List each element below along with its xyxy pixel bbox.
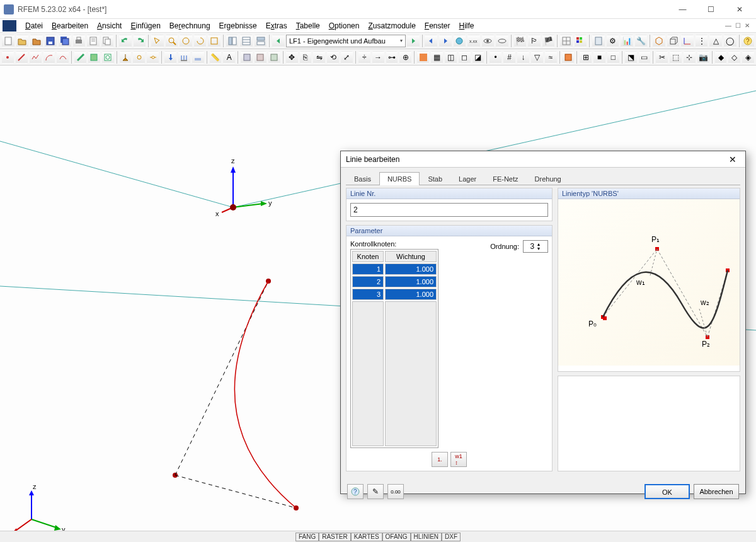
divide-icon[interactable]: ÷ [358, 51, 370, 64]
copy2-icon[interactable]: ⎘ [300, 51, 312, 64]
select-icon[interactable] [151, 35, 164, 47]
menu-bearbeiten[interactable]: Bearbeiten [48, 20, 92, 32]
box2-icon[interactable] [255, 51, 266, 64]
print-icon[interactable] [73, 35, 86, 47]
menu-optionen[interactable]: Optionen [325, 20, 364, 32]
menu-hilfe[interactable]: Hilfe [455, 20, 478, 32]
reset-weights-icon[interactable]: w1↕ [450, 452, 467, 467]
menu-einfuegen[interactable]: Einfügen [127, 20, 164, 32]
move-icon[interactable]: ✥ [286, 51, 298, 64]
flag3-icon[interactable]: 🏴 [542, 35, 555, 47]
misc2-icon[interactable]: ◇ [728, 51, 740, 64]
minimize-button[interactable]: — [668, 1, 697, 18]
status-ofang[interactable]: OFANG [382, 533, 411, 541]
edit-dialog-icon[interactable]: ✎ [367, 484, 384, 499]
new-icon[interactable] [2, 35, 14, 47]
text-icon[interactable]: A [223, 51, 235, 64]
ortho-icon[interactable]: ▭ [639, 51, 651, 64]
extend-icon[interactable]: → [372, 51, 384, 64]
mdi-window-controls[interactable]: —☐✕ [724, 22, 753, 29]
show-nodes-icon[interactable]: • [490, 51, 501, 64]
kontroll-table[interactable]: Knoten Wichtung 11.000 21.000 31.000 [350, 249, 438, 448]
viewport-3d[interactable]: z y x z y [0, 66, 756, 531]
panel-icon[interactable] [255, 35, 267, 47]
ucs-icon[interactable]: ⊹ [684, 51, 696, 64]
status-hlinien[interactable]: HLINIEN [411, 533, 442, 541]
support-icon[interactable] [120, 51, 132, 64]
axes-icon[interactable] [681, 35, 694, 47]
line-icon[interactable] [16, 51, 28, 64]
show-loads-icon[interactable]: ↓ [517, 51, 529, 64]
status-kartes[interactable]: KARTES [351, 533, 382, 541]
gear-icon[interactable]: ⚙ [607, 35, 619, 47]
prev2-icon[interactable] [425, 35, 437, 47]
load-surface-icon[interactable] [192, 51, 204, 64]
dialog-titlebar[interactable]: Linie bearbeiten ✕ [341, 151, 745, 168]
linie-nr-input[interactable] [350, 203, 548, 217]
menu-extras[interactable]: Extras [262, 20, 291, 32]
load-node-icon[interactable] [164, 51, 176, 64]
connect-icon[interactable]: ⊶ [386, 51, 398, 64]
workplane-icon[interactable]: ⬚ [670, 51, 682, 64]
menu-datei[interactable]: Datei [21, 20, 47, 32]
calc-icon[interactable] [592, 35, 605, 47]
show-sup-icon[interactable]: ▽ [531, 51, 543, 64]
menu-tabelle[interactable]: Tabelle [292, 20, 324, 32]
help-icon[interactable]: ? [742, 35, 754, 47]
polyline-icon[interactable] [30, 51, 42, 64]
solid-icon[interactable]: ■ [593, 51, 605, 64]
divider-icon[interactable]: ⋮ [696, 35, 708, 47]
dim-icon[interactable]: 📏 [210, 51, 222, 64]
report-icon[interactable] [87, 35, 100, 47]
rotate-icon[interactable] [194, 35, 207, 47]
color-icon[interactable] [575, 35, 587, 47]
misc3-icon[interactable]: ◈ [742, 51, 754, 64]
rotate2-icon[interactable]: ⟲ [327, 51, 339, 64]
maximize-button[interactable]: ☐ [697, 1, 725, 18]
show-num-icon[interactable]: # [503, 51, 515, 64]
spline-icon[interactable] [57, 51, 69, 64]
node-icon[interactable] [2, 51, 14, 64]
next-icon[interactable] [407, 35, 420, 47]
redo-icon[interactable] [134, 35, 146, 47]
member-icon[interactable] [74, 51, 86, 64]
menu-ergebnisse[interactable]: Ergebnisse [215, 20, 261, 32]
show-res-icon[interactable]: ≈ [545, 51, 557, 64]
tab-fe-netz[interactable]: FE-Netz [484, 172, 526, 185]
tab-basis[interactable]: Basis [346, 172, 379, 185]
menu-fenster[interactable]: Fenster [421, 20, 454, 32]
tool-icon[interactable]: 🔧 [635, 35, 648, 47]
zoom-window-icon[interactable] [166, 35, 178, 47]
view-iso-icon[interactable] [653, 35, 665, 47]
release-icon[interactable] [147, 51, 159, 64]
zoom-all-icon[interactable] [208, 35, 220, 47]
renumber-icon[interactable]: 1. [432, 452, 448, 467]
dialog-close-icon[interactable]: ✕ [725, 154, 740, 164]
save-all-icon[interactable] [59, 35, 71, 47]
copy-icon[interactable] [101, 35, 114, 47]
render-icon[interactable] [562, 51, 574, 64]
next2-icon[interactable] [439, 35, 452, 47]
units-dialog-icon[interactable]: 0.00 [387, 484, 404, 499]
persp-icon[interactable]: ⬔ [625, 51, 637, 64]
open-icon[interactable] [16, 35, 29, 47]
ring-icon[interactable]: ◯ [724, 35, 736, 47]
filter-icon[interactable] [417, 51, 429, 64]
cube-icon[interactable] [667, 35, 680, 47]
open-project-icon[interactable] [30, 35, 43, 47]
eye-icon[interactable] [482, 35, 495, 47]
menu-zusatzmodule[interactable]: Zusatzmodule [364, 20, 419, 32]
tab-nurbs[interactable]: NURBS [379, 172, 420, 185]
cancel-button[interactable]: Abbrechen [694, 484, 739, 499]
filter2-icon[interactable]: ▦ [431, 51, 443, 64]
cam-icon[interactable]: 📷 [697, 51, 709, 64]
opening-icon[interactable] [102, 51, 114, 64]
box3-icon[interactable] [268, 51, 280, 64]
join-icon[interactable]: ⊕ [399, 51, 411, 64]
loadcase-combo[interactable]: LF1 - Eigengewicht und Aufbau ▾ [286, 35, 406, 47]
arc-icon[interactable] [43, 51, 55, 64]
sel-none-icon[interactable]: ◻ [459, 51, 471, 64]
cone-icon[interactable]: △ [709, 35, 722, 47]
mirror-icon[interactable]: ⇋ [313, 51, 325, 64]
tab-stab[interactable]: Stab [420, 172, 450, 185]
